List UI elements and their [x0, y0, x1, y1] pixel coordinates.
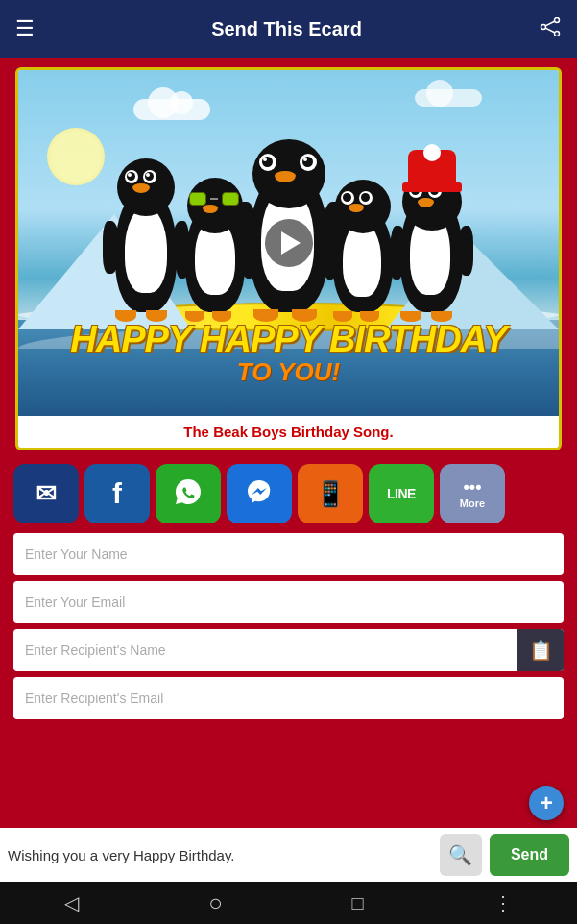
penguin-5 [395, 163, 469, 312]
recipient-name-input[interactable] [13, 629, 564, 671]
form-area: 📋 [0, 529, 577, 729]
penguin-1 [108, 158, 184, 312]
name-input[interactable] [13, 533, 564, 575]
share-facebook-button[interactable]: f [84, 464, 150, 523]
more-label: More [460, 498, 485, 509]
back-button[interactable]: ◁ [64, 891, 79, 914]
search-button[interactable]: 🔍 [440, 834, 482, 876]
card-caption: The Beak Boys Birthday Song. [18, 416, 559, 448]
facebook-icon: f [112, 479, 122, 508]
bottom-bar: Wishing you a very Happy Birthday. 🔍 Sen… [0, 828, 577, 882]
cloud2 [415, 89, 482, 107]
email-icon: ✉ [36, 481, 57, 506]
android-nav-bar: ◁ ○ □ ⋮ [0, 882, 577, 924]
play-button[interactable] [265, 219, 313, 267]
sms-icon: 📱 [315, 481, 346, 506]
contacts-button[interactable]: 📋 [517, 629, 564, 671]
recipient-email-input[interactable] [13, 677, 564, 719]
page-title: Send This Ecard [35, 18, 539, 40]
top-bar: ☰ Send This Ecard [0, 0, 577, 58]
ecard-container: HAPPY HAPPY BIRTHDAY TO YOU! The Beak Bo… [15, 67, 562, 450]
add-button[interactable]: + [529, 786, 564, 820]
hamburger-icon[interactable]: ☰ [15, 16, 35, 41]
share-icon[interactable] [539, 17, 562, 41]
share-email-button[interactable]: ✉ [13, 464, 79, 523]
menu-button[interactable]: ⋮ [493, 891, 513, 914]
messenger-icon [246, 478, 273, 509]
share-line-button[interactable]: LINE [369, 464, 434, 523]
plus-icon: + [540, 790, 553, 816]
share-messenger-button[interactable] [227, 464, 292, 523]
penguin-4 [327, 180, 399, 312]
share-more-button[interactable]: ••• More [440, 464, 505, 523]
birthday-text: HAPPY HAPPY BIRTHDAY TO YOU! [18, 321, 559, 387]
whatsapp-icon [174, 477, 203, 510]
email-input[interactable] [13, 581, 564, 623]
search-icon: 🔍 [448, 843, 472, 866]
share-whatsapp-button[interactable] [156, 464, 221, 523]
play-triangle-icon [281, 231, 301, 255]
home-button[interactable]: ○ [208, 889, 223, 916]
recents-button[interactable]: □ [352, 892, 364, 914]
contacts-icon: 📋 [529, 639, 553, 662]
share-buttons-row: ✉ f 📱 LINE ••• More [0, 458, 577, 529]
svg-point-0 [555, 17, 560, 22]
svg-point-1 [555, 31, 560, 36]
send-button[interactable]: Send [490, 834, 569, 876]
line-icon: LINE [387, 487, 416, 500]
share-sms-button[interactable]: 📱 [298, 464, 363, 523]
more-dots-icon: ••• [464, 478, 482, 496]
svg-line-4 [545, 28, 555, 33]
card-image[interactable]: HAPPY HAPPY BIRTHDAY TO YOU! [18, 70, 559, 416]
svg-point-2 [541, 24, 546, 29]
recipient-name-wrapper: 📋 [13, 629, 564, 671]
cloud1 [133, 99, 210, 120]
message-text: Wishing you a very Happy Birthday. [8, 847, 432, 863]
svg-line-3 [545, 21, 555, 26]
